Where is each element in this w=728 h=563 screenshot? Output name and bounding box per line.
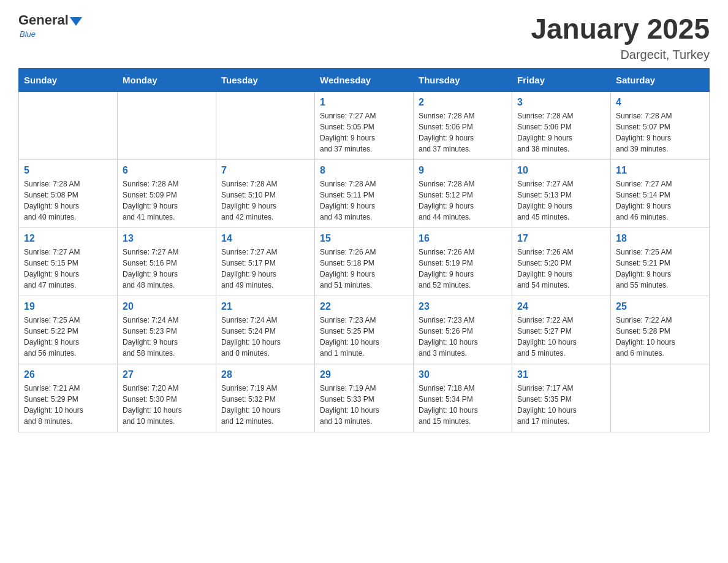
- week-row-5: 26Sunrise: 7:21 AMSunset: 5:29 PMDayligh…: [19, 364, 710, 432]
- weekday-header-friday: Friday: [512, 69, 611, 92]
- day-number: 9: [419, 165, 507, 176]
- day-info: Sunrise: 7:23 AMSunset: 5:25 PMDaylight:…: [320, 315, 408, 359]
- weekday-header-thursday: Thursday: [414, 69, 512, 92]
- calendar-cell: [19, 92, 118, 160]
- day-info: Sunrise: 7:18 AMSunset: 5:34 PMDaylight:…: [419, 383, 507, 427]
- calendar-cell: 20Sunrise: 7:24 AMSunset: 5:23 PMDayligh…: [118, 296, 216, 364]
- calendar-cell: 18Sunrise: 7:25 AMSunset: 5:21 PMDayligh…: [611, 228, 710, 296]
- day-number: 21: [221, 301, 309, 312]
- week-row-4: 19Sunrise: 7:25 AMSunset: 5:22 PMDayligh…: [19, 296, 710, 364]
- calendar-cell: 7Sunrise: 7:28 AMSunset: 5:10 PMDaylight…: [216, 160, 315, 228]
- calendar-cell: 11Sunrise: 7:27 AMSunset: 5:14 PMDayligh…: [611, 160, 710, 228]
- day-number: 29: [320, 369, 408, 380]
- day-number: 22: [320, 301, 408, 312]
- weekday-header-tuesday: Tuesday: [216, 69, 315, 92]
- calendar-cell: [611, 364, 710, 432]
- day-number: 31: [517, 369, 605, 380]
- day-number: 15: [320, 233, 408, 244]
- day-number: 24: [517, 301, 605, 312]
- calendar-subtitle: Dargecit, Turkey: [531, 48, 710, 62]
- calendar-cell: [118, 92, 216, 160]
- day-info: Sunrise: 7:28 AMSunset: 5:06 PMDaylight:…: [517, 110, 605, 155]
- calendar-cell: 21Sunrise: 7:24 AMSunset: 5:24 PMDayligh…: [216, 296, 315, 364]
- day-number: 14: [221, 233, 309, 244]
- calendar-cell: 6Sunrise: 7:28 AMSunset: 5:09 PMDaylight…: [118, 160, 216, 228]
- calendar-cell: 26Sunrise: 7:21 AMSunset: 5:29 PMDayligh…: [19, 364, 118, 432]
- calendar-cell: 16Sunrise: 7:26 AMSunset: 5:19 PMDayligh…: [414, 228, 512, 296]
- calendar-cell: 4Sunrise: 7:28 AMSunset: 5:07 PMDaylight…: [611, 92, 710, 160]
- calendar-cell: 29Sunrise: 7:19 AMSunset: 5:33 PMDayligh…: [315, 364, 414, 432]
- calendar-cell: 10Sunrise: 7:27 AMSunset: 5:13 PMDayligh…: [512, 160, 611, 228]
- week-row-2: 5Sunrise: 7:28 AMSunset: 5:08 PMDaylight…: [19, 160, 710, 228]
- calendar-cell: 9Sunrise: 7:28 AMSunset: 5:12 PMDaylight…: [414, 160, 512, 228]
- day-info: Sunrise: 7:27 AMSunset: 5:05 PMDaylight:…: [320, 110, 408, 155]
- weekday-header-row: SundayMondayTuesdayWednesdayThursdayFrid…: [19, 69, 710, 92]
- page-header: General Blue January 2025 Dargecit, Turk…: [18, 12, 710, 62]
- calendar-cell: 28Sunrise: 7:19 AMSunset: 5:32 PMDayligh…: [216, 364, 315, 432]
- logo-general-text: General: [18, 12, 69, 28]
- calendar-cell: 2Sunrise: 7:28 AMSunset: 5:06 PMDaylight…: [414, 92, 512, 160]
- day-number: 7: [221, 165, 309, 176]
- day-number: 8: [320, 165, 408, 176]
- calendar-cell: 15Sunrise: 7:26 AMSunset: 5:18 PMDayligh…: [315, 228, 414, 296]
- calendar-cell: 23Sunrise: 7:23 AMSunset: 5:26 PMDayligh…: [414, 296, 512, 364]
- day-info: Sunrise: 7:26 AMSunset: 5:20 PMDaylight:…: [517, 247, 605, 291]
- day-number: 13: [123, 233, 211, 244]
- weekday-header-sunday: Sunday: [19, 69, 118, 92]
- day-info: Sunrise: 7:28 AMSunset: 5:08 PMDaylight:…: [24, 178, 112, 223]
- day-info: Sunrise: 7:17 AMSunset: 5:35 PMDaylight:…: [517, 383, 605, 427]
- day-number: 10: [517, 165, 605, 176]
- day-info: Sunrise: 7:28 AMSunset: 5:12 PMDaylight:…: [419, 178, 507, 223]
- logo-triangle-icon: [70, 17, 82, 26]
- day-info: Sunrise: 7:19 AMSunset: 5:32 PMDaylight:…: [221, 383, 309, 427]
- calendar-cell: 30Sunrise: 7:18 AMSunset: 5:34 PMDayligh…: [414, 364, 512, 432]
- day-info: Sunrise: 7:24 AMSunset: 5:23 PMDaylight:…: [123, 315, 211, 359]
- day-info: Sunrise: 7:27 AMSunset: 5:16 PMDaylight:…: [123, 247, 211, 291]
- week-row-3: 12Sunrise: 7:27 AMSunset: 5:15 PMDayligh…: [19, 228, 710, 296]
- day-number: 18: [616, 233, 704, 244]
- logo-blue-text: Blue: [20, 29, 36, 39]
- calendar-cell: 14Sunrise: 7:27 AMSunset: 5:17 PMDayligh…: [216, 228, 315, 296]
- day-info: Sunrise: 7:23 AMSunset: 5:26 PMDaylight:…: [419, 315, 507, 359]
- day-info: Sunrise: 7:28 AMSunset: 5:10 PMDaylight:…: [221, 178, 309, 223]
- calendar-cell: 3Sunrise: 7:28 AMSunset: 5:06 PMDaylight…: [512, 92, 611, 160]
- day-info: Sunrise: 7:21 AMSunset: 5:29 PMDaylight:…: [24, 383, 112, 427]
- week-row-1: 1Sunrise: 7:27 AMSunset: 5:05 PMDaylight…: [19, 92, 710, 160]
- day-info: Sunrise: 7:24 AMSunset: 5:24 PMDaylight:…: [221, 315, 309, 359]
- day-number: 26: [24, 369, 112, 380]
- weekday-header-saturday: Saturday: [611, 69, 710, 92]
- calendar-table: SundayMondayTuesdayWednesdayThursdayFrid…: [18, 68, 710, 432]
- day-number: 25: [616, 301, 704, 312]
- logo: General Blue: [18, 12, 82, 39]
- calendar-cell: 27Sunrise: 7:20 AMSunset: 5:30 PMDayligh…: [118, 364, 216, 432]
- calendar-cell: 8Sunrise: 7:28 AMSunset: 5:11 PMDaylight…: [315, 160, 414, 228]
- day-info: Sunrise: 7:25 AMSunset: 5:21 PMDaylight:…: [616, 247, 704, 291]
- calendar-cell: 1Sunrise: 7:27 AMSunset: 5:05 PMDaylight…: [315, 92, 414, 160]
- day-number: 5: [24, 165, 112, 176]
- calendar-cell: 12Sunrise: 7:27 AMSunset: 5:15 PMDayligh…: [19, 228, 118, 296]
- calendar-cell: 24Sunrise: 7:22 AMSunset: 5:27 PMDayligh…: [512, 296, 611, 364]
- day-number: 2: [419, 97, 507, 108]
- day-info: Sunrise: 7:26 AMSunset: 5:19 PMDaylight:…: [419, 247, 507, 291]
- day-number: 12: [24, 233, 112, 244]
- day-number: 11: [616, 165, 704, 176]
- calendar-cell: 13Sunrise: 7:27 AMSunset: 5:16 PMDayligh…: [118, 228, 216, 296]
- day-info: Sunrise: 7:22 AMSunset: 5:27 PMDaylight:…: [517, 315, 605, 359]
- day-info: Sunrise: 7:22 AMSunset: 5:28 PMDaylight:…: [616, 315, 704, 359]
- day-info: Sunrise: 7:28 AMSunset: 5:09 PMDaylight:…: [123, 178, 211, 223]
- day-info: Sunrise: 7:27 AMSunset: 5:13 PMDaylight:…: [517, 178, 605, 223]
- day-number: 4: [616, 97, 704, 108]
- day-number: 20: [123, 301, 211, 312]
- day-info: Sunrise: 7:27 AMSunset: 5:14 PMDaylight:…: [616, 178, 704, 223]
- calendar-cell: 5Sunrise: 7:28 AMSunset: 5:08 PMDaylight…: [19, 160, 118, 228]
- day-number: 27: [123, 369, 211, 380]
- calendar-cell: 22Sunrise: 7:23 AMSunset: 5:25 PMDayligh…: [315, 296, 414, 364]
- title-section: January 2025 Dargecit, Turkey: [531, 12, 710, 62]
- calendar-cell: 17Sunrise: 7:26 AMSunset: 5:20 PMDayligh…: [512, 228, 611, 296]
- day-number: 19: [24, 301, 112, 312]
- day-number: 23: [419, 301, 507, 312]
- day-number: 6: [123, 165, 211, 176]
- day-number: 16: [419, 233, 507, 244]
- calendar-cell: [216, 92, 315, 160]
- day-info: Sunrise: 7:27 AMSunset: 5:15 PMDaylight:…: [24, 247, 112, 291]
